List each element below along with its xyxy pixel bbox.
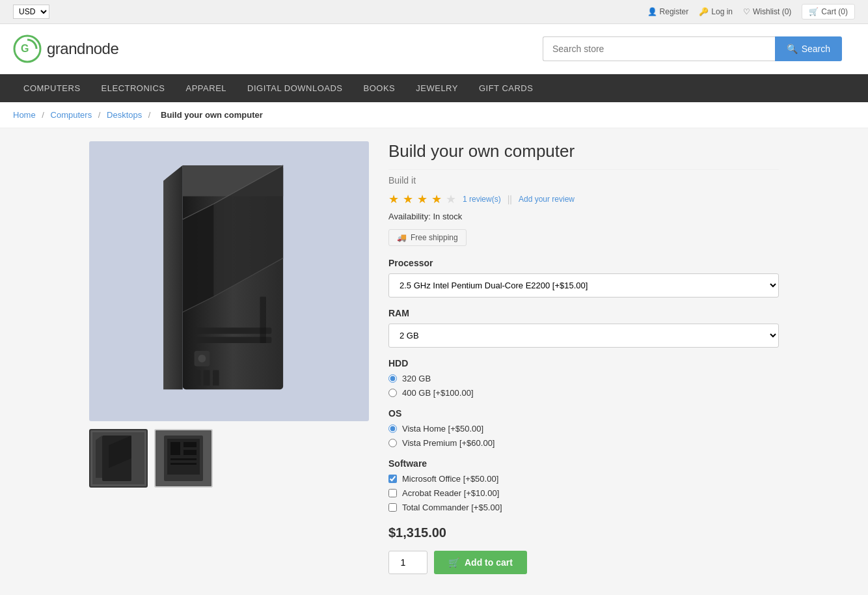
search-bar: 🔍 Search (543, 36, 842, 61)
star-5: ★ (446, 192, 456, 206)
currency-selector[interactable]: USD EUR GBP (13, 5, 49, 19)
svg-rect-29 (170, 458, 197, 460)
svg-marker-21 (96, 436, 102, 478)
search-icon: 🔍 (787, 44, 798, 54)
hdd-400-option[interactable]: 400 GB [+$100.00] (388, 388, 779, 398)
nav-item-jewelry[interactable]: JEWELRY (405, 74, 468, 102)
login-icon: 🔑 (699, 7, 709, 16)
breadcrumb-computers[interactable]: Computers (51, 110, 92, 120)
svg-rect-15 (195, 370, 201, 386)
quantity-input[interactable] (388, 551, 427, 574)
product-details: Build your own computer Build it ★ ★ ★ ★… (388, 141, 779, 574)
search-input[interactable] (543, 36, 775, 61)
wishlist-link[interactable]: ♡ Wishlist (0) (743, 7, 791, 16)
software-label: Software (388, 458, 779, 469)
star-3: ★ (417, 192, 427, 206)
os-vista-home-radio[interactable] (388, 424, 397, 433)
price: $1,315.00 (388, 525, 779, 540)
star-2: ★ (403, 192, 413, 206)
add-review-link[interactable]: Add your review (519, 195, 575, 204)
processor-select[interactable]: 2.5 GHz Intel Pentium Dual-Core E2200 [+… (388, 273, 779, 298)
software-acrobat-option[interactable]: Acrobat Reader [+$10.00] (388, 488, 779, 498)
star-1: ★ (388, 192, 399, 206)
os-vista-home-option[interactable]: Vista Home [+$50.00] (388, 424, 779, 434)
login-link[interactable]: 🔑 Log in (699, 7, 733, 16)
processor-label: Processor (388, 258, 779, 268)
add-to-cart-button[interactable]: 🛒 Add to cart (434, 551, 527, 574)
star-4: ★ (431, 192, 442, 206)
breadcrumb-current: Build your own computer (161, 110, 263, 120)
svg-rect-26 (170, 442, 180, 455)
logo[interactable]: G grandnode (13, 35, 118, 63)
breadcrumb-sep-3: / (148, 110, 151, 120)
software-total-commander-option[interactable]: Total Commander [+$5.00] (388, 503, 779, 512)
svg-point-14 (198, 355, 206, 363)
thumbnail-2[interactable] (154, 429, 213, 488)
ram-option: RAM 2 GB 4 GB 8 GB (388, 308, 779, 348)
rating-section: ★ ★ ★ ★ ★ 1 review(s) || Add your review (388, 192, 779, 206)
svg-rect-28 (183, 450, 197, 455)
os-vista-premium-radio[interactable] (388, 439, 397, 447)
software-acrobat-checkbox[interactable] (388, 489, 397, 497)
top-bar-right: 👤 Register 🔑 Log in ♡ Wishlist (0) 🛒 Car… (647, 4, 855, 20)
user-icon: 👤 (647, 7, 657, 16)
hdd-400-radio[interactable] (388, 389, 397, 397)
header: G grandnode 🔍 Search (0, 24, 868, 74)
nav-item-books[interactable]: BOOKS (353, 74, 406, 102)
os-vista-premium-option[interactable]: Vista Premium [+$60.00] (388, 438, 779, 448)
search-button[interactable]: 🔍 Search (775, 36, 842, 61)
breadcrumb-home[interactable]: Home (13, 110, 36, 120)
breadcrumb-desktops[interactable]: Desktops (107, 110, 142, 120)
cart-icon: 🛒 (809, 7, 819, 16)
svg-marker-6 (183, 204, 214, 312)
hdd-320-radio[interactable] (388, 374, 397, 383)
ram-select[interactable]: 2 GB 4 GB 8 GB (388, 324, 779, 348)
hdd-label: HDD (388, 358, 779, 368)
breadcrumb-sep-2: / (98, 110, 101, 120)
nav-item-gift-cards[interactable]: GIFT CARDS (468, 74, 544, 102)
os-option: OS Vista Home [+$50.00] Vista Premium [+… (388, 408, 779, 448)
svg-rect-16 (204, 370, 210, 386)
software-ms-office-checkbox[interactable] (388, 475, 397, 483)
svg-rect-18 (260, 297, 267, 343)
nav-item-digital-downloads[interactable]: DIGITAL DOWNLOADS (237, 74, 353, 102)
availability: Availability: In stock (388, 212, 779, 221)
main-content: Build your own computer Build it ★ ★ ★ ★… (76, 141, 792, 574)
currency-dropdown[interactable]: USD EUR GBP (13, 5, 49, 19)
hdd-320-option[interactable]: 320 GB (388, 374, 779, 383)
svg-text:G: G (21, 43, 29, 54)
product-image-svg (144, 158, 314, 405)
cart-link[interactable]: 🛒 Cart (0) (802, 4, 855, 20)
nav-item-computers[interactable]: COMPUTERS (13, 74, 91, 102)
breadcrumb-sep-1: / (42, 110, 44, 120)
logo-icon: G (13, 35, 42, 63)
processor-option: Processor 2.5 GHz Intel Pentium Dual-Cor… (388, 258, 779, 298)
review-count-link[interactable]: 1 review(s) (463, 195, 501, 204)
breadcrumb: Home / Computers / Desktops / Build your… (0, 102, 868, 128)
software-total-commander-checkbox[interactable] (388, 503, 397, 512)
heart-icon: ♡ (743, 7, 750, 16)
software-option: Software Microsoft Office [+$50.00] Acro… (388, 458, 779, 512)
product-subtitle: Build it (388, 175, 779, 186)
top-bar: USD EUR GBP 👤 Register 🔑 Log in ♡ Wishli… (0, 0, 868, 24)
register-link[interactable]: 👤 Register (647, 7, 689, 16)
svg-rect-30 (170, 463, 197, 465)
os-label: OS (388, 408, 779, 419)
main-product-image[interactable] (89, 141, 369, 421)
ram-label: RAM (388, 308, 779, 318)
nav-item-electronics[interactable]: ELECTRONICS (91, 74, 176, 102)
product-title: Build your own computer (388, 141, 779, 170)
free-shipping-badge: 🚚 Free shipping (388, 229, 467, 246)
svg-rect-17 (213, 370, 219, 386)
truck-icon: 🚚 (397, 233, 407, 242)
main-nav: COMPUTERS ELECTRONICS APPAREL DIGITAL DO… (0, 74, 868, 102)
svg-marker-3 (163, 165, 183, 389)
cart-add-icon: 🛒 (448, 557, 459, 568)
nav-item-apparel[interactable]: APPAREL (176, 74, 237, 102)
thumbnail-1[interactable] (89, 429, 148, 488)
logo-text: grandnode (47, 40, 118, 58)
hdd-option: HDD 320 GB 400 GB [+$100.00] (388, 358, 779, 398)
thumbnail-list (89, 429, 369, 488)
software-ms-office-option[interactable]: Microsoft Office [+$50.00] (388, 474, 779, 484)
add-to-cart-section: 🛒 Add to cart (388, 551, 779, 574)
